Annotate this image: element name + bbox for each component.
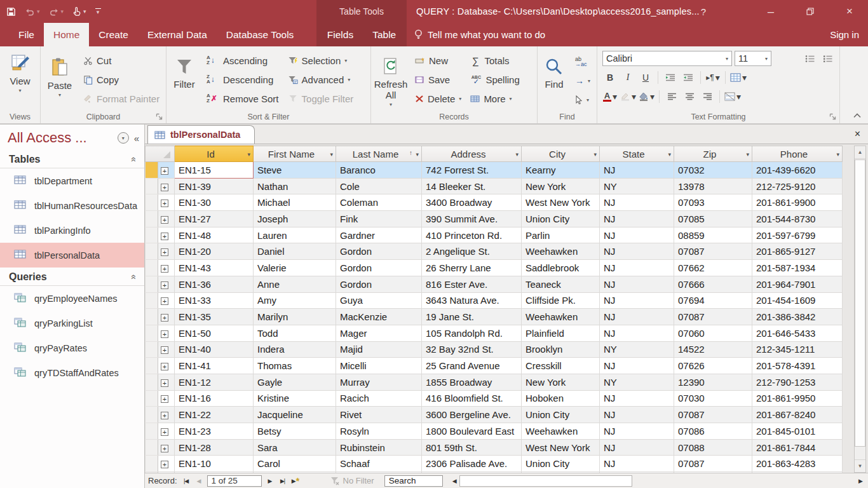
cell-state[interactable]: NJ [600, 276, 674, 292]
cell-first-name[interactable]: Anne [254, 276, 336, 292]
increase-indent-button[interactable] [663, 70, 678, 85]
last-record-button[interactable]: ▶| [276, 475, 289, 487]
undo-button[interactable]: ▾ [25, 7, 40, 17]
cell-city[interactable]: Cresskill [522, 358, 600, 374]
cell-id[interactable]: EN1-12 [175, 374, 254, 390]
delete-dropdown-icon[interactable]: ▾ [459, 96, 461, 102]
align-right-button[interactable] [700, 89, 715, 104]
first-record-button[interactable]: |◀ [180, 475, 193, 487]
nav-pane-menu-icon[interactable]: ▾ [118, 132, 129, 144]
cell-first-name[interactable]: Carol [254, 456, 336, 472]
cell-last-name[interactable]: Cole [336, 178, 422, 194]
cell-city[interactable]: West New York [522, 439, 600, 456]
cell-address[interactable]: 2306 Palisade Ave. [422, 456, 522, 472]
cell-zip[interactable]: 08859 [674, 227, 752, 243]
font-size-dropdown-icon[interactable]: ▾ [761, 56, 768, 62]
shutter-close-icon[interactable]: « [134, 133, 139, 144]
cut-button[interactable]: Cut [79, 51, 164, 70]
cell-id[interactable]: EN1-35 [175, 309, 254, 325]
document-tab[interactable]: tblPersonalData [147, 125, 255, 144]
cell-zip[interactable]: 07032 [674, 162, 752, 179]
select-dropdown-icon[interactable]: ▾ [587, 97, 589, 103]
cell-address[interactable]: 14 Bleeker St. [422, 178, 522, 194]
paste-dropdown-icon[interactable]: ▾ [58, 92, 61, 98]
go-to-button[interactable]: → ▾ [571, 71, 595, 90]
expand-row-button[interactable]: + [158, 211, 175, 227]
row-selector[interactable] [146, 423, 158, 440]
cell-phone[interactable]: 201-544-8730 [752, 211, 843, 227]
column-header-id[interactable]: Id▾ [175, 146, 254, 162]
cell-zip[interactable]: 07093 [674, 194, 752, 211]
close-document-icon[interactable]: × [855, 128, 860, 140]
cell-city[interactable]: Parlin [522, 227, 600, 243]
cell-zip[interactable]: 14522 [674, 341, 752, 358]
expand-row-button[interactable]: + [158, 227, 175, 243]
tab-home[interactable]: Home [44, 23, 89, 46]
cell-zip[interactable]: 07694 [674, 292, 752, 309]
cell-zip[interactable]: 07626 [674, 358, 752, 374]
cell-state[interactable]: NJ [600, 358, 674, 374]
cell-first-name[interactable]: Michael [254, 194, 336, 211]
expand-row-button[interactable]: + [158, 423, 175, 440]
highlight-color-button[interactable]: ▾ [620, 89, 636, 104]
select-all-cell[interactable] [146, 146, 175, 162]
cell-city[interactable]: Cliffside Pk. [522, 292, 600, 309]
restore-button[interactable] [799, 0, 821, 23]
cell-id[interactable]: EN1-40 [175, 341, 254, 358]
font-name-dropdown-icon[interactable]: ▾ [722, 56, 728, 62]
cell-zip[interactable]: 07060 [674, 325, 752, 341]
row-selector[interactable] [146, 178, 158, 194]
descending-button[interactable]: ZA↓ Descending [202, 70, 283, 89]
row-selector[interactable] [146, 374, 158, 390]
cell-last-name[interactable]: Gordon [336, 243, 422, 260]
column-header-phone[interactable]: Phone▾ [752, 146, 843, 162]
expand-row-button[interactable]: + [158, 325, 175, 341]
cell-zip[interactable]: 07086 [674, 423, 752, 440]
cell-state[interactable]: NY [600, 374, 674, 390]
cell-id[interactable]: EN1-22 [175, 407, 254, 423]
row-selector[interactable] [146, 358, 158, 374]
cell-id[interactable]: EN1-48 [175, 227, 254, 243]
cell-zip[interactable]: 07087 [674, 407, 752, 423]
tab-database-tools[interactable]: Database Tools [217, 23, 304, 46]
advanced-button[interactable]: Advanced ▾ [283, 70, 358, 89]
cell-state[interactable]: NJ [600, 439, 674, 456]
delete-record-button[interactable]: Delete ▾ [410, 89, 466, 108]
row-selector[interactable] [146, 211, 158, 227]
find-button[interactable]: Find [538, 51, 571, 112]
font-color-dropdown-icon[interactable]: ▾ [613, 92, 617, 102]
redo-button[interactable]: ▾ [49, 7, 64, 17]
spelling-button[interactable]: ABC✓ Spelling [466, 70, 524, 89]
cell-last-name[interactable]: Majid [336, 341, 422, 358]
row-selector[interactable] [146, 276, 158, 292]
cell-phone[interactable]: 201-439-6620 [752, 162, 843, 179]
align-left-button[interactable] [664, 89, 679, 104]
cell-address[interactable]: 26 Sherry Lane [422, 260, 522, 276]
cell-id[interactable]: EN1-36 [175, 276, 254, 292]
cell-last-name[interactable]: Gordon [336, 260, 422, 276]
align-center-button[interactable] [682, 89, 697, 104]
expand-row-button[interactable]: + [158, 358, 175, 374]
cell-city[interactable]: New York [522, 374, 600, 390]
cell-first-name[interactable]: Marilyn [254, 309, 336, 325]
cell-state[interactable]: NY [600, 341, 674, 358]
font-name-combo[interactable]: Calibri ▾ [602, 51, 732, 66]
column-dropdown-icon[interactable]: ▾ [247, 151, 250, 158]
cell-phone[interactable]: 201-865-9127 [752, 243, 843, 260]
cell-last-name[interactable]: Schaaf [336, 456, 422, 472]
toggle-filter-button[interactable]: Toggle Filter [283, 89, 358, 108]
cell-state[interactable]: NJ [600, 260, 674, 276]
sidebar-item-tblPersonalData[interactable]: tblPersonalData [0, 243, 144, 268]
close-button[interactable]: × [839, 0, 860, 23]
cell-zip[interactable]: 07087 [674, 309, 752, 325]
decrease-indent-button[interactable] [681, 70, 696, 85]
sidebar-item-tblParkingInfo[interactable]: tblParkingInfo [0, 218, 144, 243]
cell-address[interactable]: 742 Forrest St. [422, 162, 522, 179]
new-record-button[interactable]: New [410, 51, 466, 70]
sidebar-item-qryTDStaffAndRates[interactable]: qryTDStaffAndRates [0, 360, 144, 385]
cell-id[interactable]: EN1-27 [175, 211, 254, 227]
save-record-button[interactable]: Save [410, 70, 466, 89]
sidebar-item-qryPayRates[interactable]: qryPayRates [0, 336, 144, 360]
advanced-dropdown-icon[interactable]: ▾ [348, 77, 350, 83]
column-header-first-name[interactable]: First Name▾ [254, 146, 336, 162]
